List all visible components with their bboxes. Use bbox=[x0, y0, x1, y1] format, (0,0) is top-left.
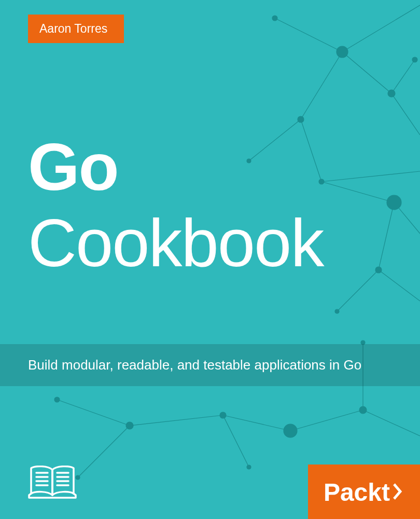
svg-line-10 bbox=[379, 202, 394, 270]
svg-line-15 bbox=[78, 426, 130, 477]
chevron-right-icon bbox=[392, 478, 404, 507]
publisher-name: Packt bbox=[324, 478, 390, 507]
svg-point-37 bbox=[247, 465, 251, 469]
svg-point-26 bbox=[298, 116, 304, 122]
svg-point-31 bbox=[335, 309, 339, 313]
svg-line-20 bbox=[363, 410, 420, 436]
subtitle-text: Build modular, readable, and testable ap… bbox=[28, 357, 361, 373]
svg-point-34 bbox=[126, 422, 133, 429]
svg-point-24 bbox=[412, 57, 417, 62]
svg-line-17 bbox=[223, 415, 290, 431]
svg-point-22 bbox=[272, 16, 277, 21]
svg-point-23 bbox=[337, 46, 348, 58]
svg-point-36 bbox=[220, 412, 226, 418]
svg-line-13 bbox=[337, 270, 379, 311]
svg-point-39 bbox=[359, 406, 367, 414]
svg-line-3 bbox=[342, 52, 391, 93]
svg-line-18 bbox=[223, 415, 249, 467]
book-cover: Aaron Torres Go Cookbook Build modular, … bbox=[0, 0, 420, 519]
svg-line-1 bbox=[342, 5, 420, 52]
book-icon bbox=[28, 466, 77, 502]
subtitle-bar: Build modular, readable, and testable ap… bbox=[0, 344, 420, 386]
svg-point-38 bbox=[284, 424, 297, 438]
publisher-badge: Packt bbox=[308, 465, 420, 519]
svg-line-11 bbox=[394, 202, 420, 234]
title-line1: Go bbox=[28, 134, 323, 200]
svg-line-2 bbox=[301, 52, 342, 119]
publisher-logo: Packt bbox=[324, 478, 404, 507]
svg-line-5 bbox=[391, 93, 420, 135]
author-badge: Aaron Torres bbox=[28, 15, 124, 43]
svg-line-0 bbox=[275, 18, 342, 52]
svg-line-14 bbox=[57, 400, 130, 426]
svg-point-25 bbox=[388, 90, 395, 97]
svg-point-33 bbox=[54, 397, 60, 402]
svg-line-9 bbox=[321, 171, 420, 182]
svg-line-4 bbox=[391, 60, 415, 93]
svg-point-29 bbox=[387, 195, 401, 210]
svg-line-19 bbox=[290, 410, 363, 431]
title-block: Go Cookbook bbox=[28, 134, 323, 282]
svg-point-30 bbox=[375, 267, 382, 273]
svg-line-16 bbox=[130, 415, 223, 426]
author-name: Aaron Torres bbox=[39, 22, 107, 35]
title-line2: Cookbook bbox=[28, 204, 323, 282]
svg-line-8 bbox=[321, 182, 394, 202]
svg-line-12 bbox=[379, 270, 420, 301]
